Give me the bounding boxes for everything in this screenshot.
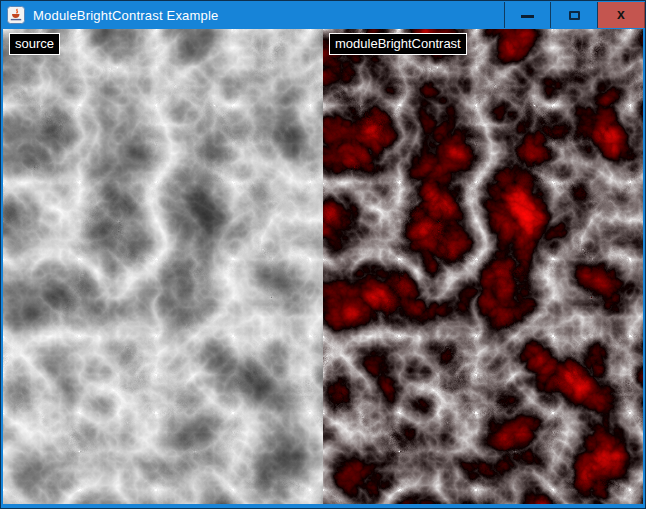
- source-image-label: source: [9, 33, 60, 55]
- titlebar[interactable]: ModuleBrightContrast Example x: [1, 1, 645, 29]
- close-button[interactable]: x: [598, 2, 645, 28]
- minimize-icon: [521, 15, 534, 18]
- app-window: ModuleBrightContrast Example x: [0, 0, 646, 509]
- minimize-button[interactable]: [504, 2, 551, 28]
- java-coffee-cup-icon[interactable]: [7, 6, 25, 24]
- source-image-panel: source: [3, 29, 323, 504]
- close-icon: x: [617, 7, 625, 21]
- maximize-button[interactable]: [551, 2, 598, 28]
- module-image-label: moduleBrightContrast: [329, 33, 467, 55]
- maximize-icon: [569, 11, 580, 20]
- image-content-area: source moduleBrightContrast: [3, 29, 643, 504]
- source-noise-image: [3, 29, 323, 504]
- window-controls: x: [504, 2, 645, 28]
- module-image-panel: moduleBrightContrast: [323, 29, 643, 504]
- window-title: ModuleBrightContrast Example: [33, 8, 219, 23]
- module-processed-image: [323, 29, 643, 504]
